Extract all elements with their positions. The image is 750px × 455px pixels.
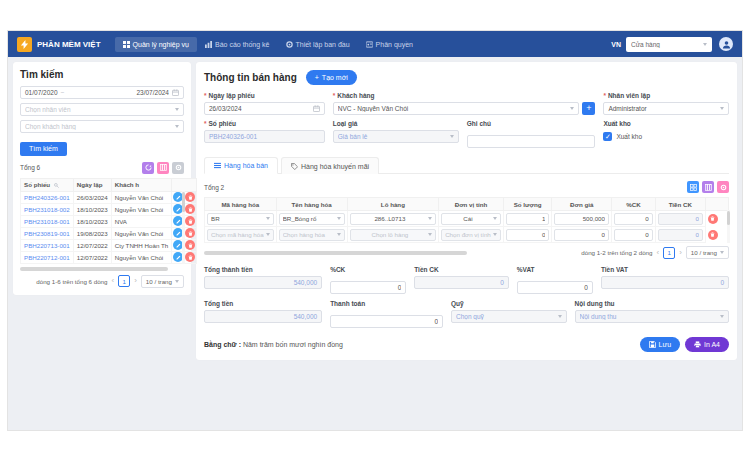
store-select-value: Cửa hàng (631, 41, 700, 48)
save-icon (649, 341, 656, 348)
customer-select[interactable]: NVC - Nguyễn Văn Chói (333, 102, 580, 115)
columns-button[interactable] (157, 162, 169, 174)
lot-select[interactable]: 286..L0713 (350, 213, 436, 225)
employee-select[interactable]: Chọn nhân viên (20, 103, 184, 116)
payment-input[interactable] (330, 315, 443, 328)
pencil-icon (176, 255, 181, 260)
table-row[interactable]: PBH230819-001 19/08/2023 Nguyễn Văn Chói (21, 227, 197, 239)
date-range-input[interactable]: 01/07/2020 ~ 23/07/2024 (20, 86, 184, 99)
language-indicator[interactable]: VN (611, 41, 621, 48)
save-button[interactable]: Lưu (640, 337, 680, 352)
col-header-unit: Đơn vị tính (439, 198, 504, 211)
prev-page-button[interactable]: ‹ (112, 277, 115, 285)
user-avatar[interactable] (719, 37, 733, 51)
next-page-button[interactable]: › (679, 249, 682, 257)
customer-select-placeholder: Chọn khách hàng (25, 123, 172, 130)
field-fund: Quỹ Chọn quỹ (451, 300, 567, 328)
discount-pct-input[interactable]: 0 (614, 213, 653, 225)
price-type-select[interactable]: Giá bán lẻ (333, 130, 459, 143)
chevron-down-icon (175, 280, 179, 283)
item-name-select[interactable]: Chọn hàng hóa (279, 229, 345, 241)
menu-permissions[interactable]: Phân quyền (358, 37, 421, 52)
discount-pct-input[interactable]: 0 (614, 229, 653, 241)
receipt-content-select[interactable]: Nội dung thu (575, 310, 730, 323)
price-input[interactable]: 0 (554, 229, 609, 241)
delete-row-button[interactable] (708, 214, 718, 224)
discount-pct-input[interactable] (330, 281, 406, 294)
receipt-code-link[interactable]: PBH231018-001 (21, 215, 74, 227)
item-code-select[interactable]: Chọn mã hàng hóa (207, 229, 274, 241)
receipt-code-link[interactable]: PBH220713-001 (21, 239, 74, 251)
qty-input[interactable]: 1 (506, 213, 550, 225)
col-header-code[interactable]: Số phiếu (21, 178, 74, 191)
employee-select[interactable]: Administrator (603, 102, 729, 115)
menu-initial-setup[interactable]: Thiết lập ban đầu (278, 37, 358, 52)
table-row[interactable]: PBH240326-001 26/03/2024 Nguyễn Văn Chói (21, 191, 197, 203)
stock-export-checkbox[interactable]: ✓ (603, 132, 612, 141)
unit-select[interactable]: Cái (441, 213, 501, 225)
page-size-select[interactable]: 10 / trang (141, 275, 184, 288)
vertical-scrollbar[interactable] (727, 210, 730, 243)
receipt-date: 26/03/2024 (73, 191, 111, 203)
delete-button[interactable] (185, 252, 195, 262)
table-row[interactable]: PBH220712-001 12/07/2022 Nguyễn Văn Chói (21, 251, 197, 263)
issue-date-input[interactable]: 26/03/2024 (204, 102, 325, 115)
page-number-button[interactable]: 1 (663, 247, 675, 259)
fund-select[interactable]: Chọn quỹ (451, 310, 567, 323)
settings-button[interactable] (172, 162, 184, 174)
field-employee: *Nhân viên lập Administrator (603, 92, 729, 115)
field-issue-date: *Ngày lập phiếu 26/03/2024 (204, 92, 325, 115)
refresh-icon (145, 164, 152, 171)
receipt-code-link[interactable]: PBH230819-001 (21, 227, 74, 239)
items-table: Mã hàng hóa Tên hàng hóa Lô hàng Đơn vị … (204, 197, 729, 243)
page-number-button[interactable]: 1 (118, 275, 130, 287)
menu-business-operations[interactable]: Quản lý nghiệp vụ (115, 37, 197, 52)
delete-button[interactable] (185, 228, 195, 238)
refresh-button[interactable] (142, 162, 154, 174)
horizontal-scrollbar[interactable] (20, 267, 184, 271)
delete-button[interactable] (185, 192, 195, 202)
tab-goods-sold[interactable]: Hàng hóa bán (204, 157, 278, 174)
menu-reports[interactable]: Báo cáo thống kê (197, 37, 278, 52)
table-row[interactable]: PBH220713-001 12/07/2022 Cty TNHH Hoàn T… (21, 239, 197, 251)
receipt-customer: NVA (111, 215, 171, 227)
prev-page-button[interactable]: ‹ (657, 249, 660, 257)
refresh-button[interactable] (687, 181, 699, 193)
add-customer-button[interactable]: + (582, 102, 595, 115)
delete-button[interactable] (185, 240, 195, 250)
receipt-customer: Cty TNHH Hoàn Th (111, 239, 171, 251)
horizontal-scrollbar[interactable] (204, 251, 569, 255)
note-input[interactable] (467, 135, 596, 148)
next-page-button[interactable]: › (134, 277, 137, 285)
delete-button[interactable] (185, 216, 195, 226)
page-size-select[interactable]: 10 / trang (686, 246, 729, 259)
price-input[interactable]: 500,000 (554, 213, 609, 225)
delete-row-button[interactable] (708, 230, 718, 240)
item-name-select[interactable]: BR_Bóng rổ (279, 213, 345, 225)
col-header-customer[interactable]: Khách h (111, 178, 171, 191)
col-header-date[interactable]: Ngày lập (73, 178, 111, 191)
table-row[interactable]: PBH231018-002 18/10/2023 Nguyễn Văn Chói (21, 203, 197, 215)
table-row[interactable]: PBH231018-001 18/10/2023 NVA (21, 215, 197, 227)
customer-select[interactable]: Chọn khách hàng (20, 120, 184, 133)
unit-select[interactable]: Chọn đơn vị tính (441, 229, 501, 241)
receipt-code-link[interactable]: PBH240326-001 (21, 191, 74, 203)
store-select[interactable]: Cửa hàng (626, 37, 712, 52)
columns-button[interactable] (702, 181, 714, 193)
qty-input[interactable]: 0 (506, 229, 550, 241)
item-code-select[interactable]: BR (207, 213, 274, 225)
tab-promo-goods[interactable]: Hàng hóa khuyến mãi (281, 157, 379, 174)
search-button[interactable]: Tìm kiếm (20, 142, 67, 156)
chevron-down-icon (720, 315, 724, 318)
print-button[interactable]: In A4 (685, 337, 729, 352)
search-icon (54, 183, 59, 188)
vertical-scrollbar[interactable] (182, 191, 185, 264)
create-new-button[interactable]: + Tạo mới (306, 70, 357, 85)
delete-button[interactable] (185, 204, 195, 214)
lot-select[interactable]: Chọn lô hàng (350, 229, 436, 241)
receipt-code-link[interactable]: PBH231018-002 (21, 203, 74, 215)
col-header-price: Đơn giá (552, 198, 612, 211)
settings-button[interactable] (717, 181, 729, 193)
receipt-code-link[interactable]: PBH220712-001 (21, 251, 74, 263)
vat-pct-input[interactable] (517, 281, 593, 294)
